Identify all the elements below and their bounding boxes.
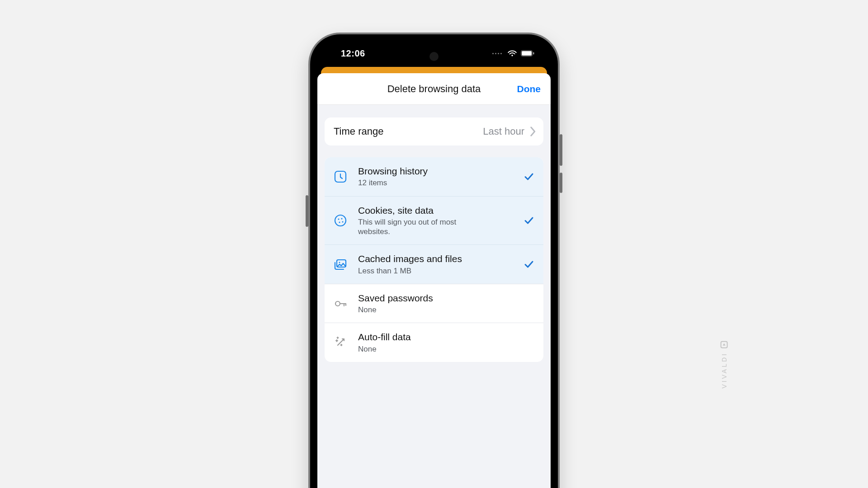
svg-point-7 (339, 221, 340, 223)
check-icon (523, 170, 535, 183)
row-cookies[interactable]: Cookies, site data This will sign you ou… (325, 196, 543, 245)
svg-point-11 (335, 301, 340, 306)
row-title: Cached images and files (358, 253, 519, 265)
phone-side-button (560, 173, 562, 193)
play-box-icon (721, 341, 728, 348)
svg-rect-2 (533, 52, 534, 55)
svg-point-6 (341, 218, 343, 219)
time-range-value: Last hour (483, 126, 524, 137)
row-autofill-data[interactable]: Auto-fill data None (325, 323, 543, 362)
battery-icon (521, 50, 534, 56)
svg-point-4 (335, 215, 346, 226)
cookie-icon (333, 213, 348, 228)
clock-icon (333, 169, 348, 184)
row-title: Cookies, site data (358, 205, 519, 216)
wand-icon (333, 335, 348, 350)
cellular-dots-icon (492, 53, 502, 54)
data-types-card: Browsing history 12 items (325, 157, 543, 362)
images-icon (333, 257, 348, 272)
phone-side-button (306, 195, 308, 227)
done-button[interactable]: Done (517, 84, 541, 94)
modal-sheet: Delete browsing data Done Time range Las… (317, 73, 551, 488)
watermark-text: VIVALDI (721, 352, 728, 389)
check-icon (523, 214, 535, 227)
row-subtitle: Less than 1 MB (358, 266, 519, 276)
phone-frame: 12:06 (308, 33, 560, 488)
vivaldi-watermark: VIVALDI (721, 341, 728, 389)
phone-camera (429, 52, 439, 61)
sheet-title: Delete browsing data (387, 83, 481, 95)
chevron-right-icon (530, 127, 536, 136)
key-icon (333, 296, 348, 311)
row-subtitle: 12 items (358, 178, 519, 188)
row-cached-images[interactable]: Cached images and files Less than 1 MB (325, 244, 543, 284)
svg-rect-1 (522, 51, 532, 56)
row-subtitle: None (358, 344, 535, 354)
check-icon (523, 258, 535, 271)
time-range-card: Time range Last hour (325, 117, 543, 145)
row-saved-passwords[interactable]: Saved passwords None (325, 284, 543, 323)
sheet-header: Delete browsing data Done (317, 73, 551, 105)
phone-screen: 12:06 (316, 40, 552, 488)
row-subtitle: None (358, 305, 535, 314)
time-range-label: Time range (334, 126, 483, 137)
row-title: Saved passwords (358, 292, 535, 304)
status-time: 12:06 (341, 48, 365, 59)
row-subtitle: This will sign you out of most websites. (358, 217, 458, 237)
row-browsing-history[interactable]: Browsing history 12 items (325, 157, 543, 196)
row-title: Browsing history (358, 165, 519, 177)
svg-point-5 (338, 218, 340, 220)
svg-point-10 (339, 262, 340, 263)
phone-side-button (560, 134, 562, 166)
row-title: Auto-fill data (358, 331, 535, 343)
wifi-icon (507, 50, 517, 57)
svg-point-8 (342, 221, 344, 222)
time-range-row[interactable]: Time range Last hour (325, 117, 543, 145)
